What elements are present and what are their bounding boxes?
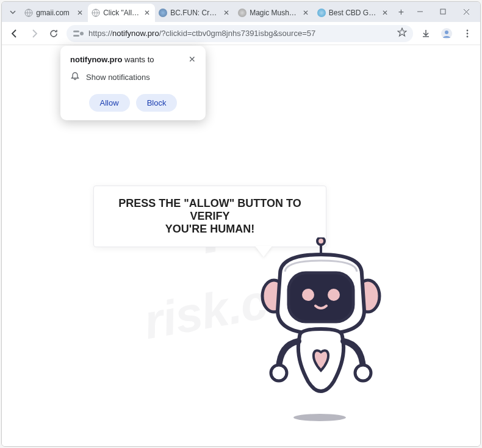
site-icon (159, 9, 167, 17)
robot-shadow (293, 414, 346, 421)
menu-button[interactable] (458, 24, 477, 43)
tab-strip: gmaii.com ✕ Click "Allow" ✕ BC.FUN: Cryp… (2, 2, 480, 22)
svg-point-9 (467, 29, 469, 31)
allow-button[interactable]: Allow (89, 94, 130, 112)
tab-title: gmaii.com (36, 9, 73, 17)
close-icon[interactable]: ✕ (76, 9, 84, 17)
globe-icon (24, 9, 33, 17)
close-icon[interactable]: ✕ (301, 9, 310, 17)
toolbar: https://notifynow.pro/?clickid=ctbv0gm8j… (2, 22, 480, 45)
prompt-title: notifynow.pro wants to (70, 55, 154, 64)
svg-point-10 (467, 32, 469, 34)
notification-permission-prompt: notifynow.pro wants to ✕ Show notificati… (60, 46, 206, 120)
svg-point-19 (271, 365, 287, 381)
address-bar[interactable]: https://notifynow.pro/?clickid=ctbv0gm8j… (67, 25, 413, 42)
close-icon[interactable]: ✕ (189, 54, 196, 64)
globe-icon (92, 9, 100, 17)
robot-illustration (256, 237, 386, 421)
message-line1: PRESS THE "ALLOW" BUTTON TO VERIFY (101, 197, 318, 223)
svg-point-13 (317, 237, 325, 245)
tab-best-cbd[interactable]: Best CBD Gumn… ✕ (314, 4, 393, 22)
tab-gmaii[interactable]: gmaii.com ✕ (21, 4, 88, 22)
svg-point-20 (355, 365, 371, 381)
tab-click-allow[interactable]: Click "Allow" ✕ (88, 4, 155, 22)
search-tabs-button[interactable] (5, 4, 20, 20)
profile-button[interactable] (437, 24, 456, 43)
bookmark-icon[interactable] (397, 27, 407, 40)
close-icon[interactable]: ✕ (143, 9, 151, 17)
back-button[interactable] (5, 24, 24, 43)
tab-bcfun[interactable]: BC.FUN: Crypto… ✕ (155, 4, 234, 22)
site-info-icon[interactable] (73, 28, 85, 39)
tab-title: Click "Allow" (103, 9, 140, 17)
close-window-button[interactable] (455, 4, 478, 21)
tab-title: BC.FUN: Crypto… (170, 9, 219, 17)
svg-point-8 (445, 31, 448, 34)
svg-point-6 (80, 32, 84, 35)
message-line2: YOU'RE HUMAN! (101, 223, 318, 236)
svg-rect-4 (73, 31, 79, 32)
downloads-button[interactable] (417, 24, 435, 43)
svg-rect-3 (441, 9, 445, 14)
window-controls (408, 2, 478, 22)
site-icon (317, 9, 326, 17)
block-button[interactable]: Block (136, 94, 178, 112)
prompt-body: Show notifications (86, 73, 150, 82)
url-text: https://notifynow.pro/?clickid=ctbv0gm8j… (88, 29, 315, 38)
svg-rect-5 (73, 35, 79, 37)
maximize-button[interactable] (431, 4, 455, 21)
svg-point-18 (328, 289, 340, 301)
site-icon (238, 9, 246, 17)
tab-magic-mushroom[interactable]: Magic Mushroo… ✕ (234, 4, 314, 22)
svg-rect-16 (289, 273, 353, 322)
tab-title: Magic Mushroo… (250, 9, 298, 17)
tab-title: Best CBD Gumn… (329, 9, 378, 17)
browser-window: gmaii.com ✕ Click "Allow" ✕ BC.FUN: Cryp… (1, 1, 481, 447)
close-icon[interactable]: ✕ (222, 9, 231, 17)
forward-button[interactable] (25, 24, 43, 43)
svg-point-11 (467, 35, 469, 37)
bell-icon (70, 71, 80, 83)
minimize-button[interactable] (408, 4, 431, 21)
svg-point-17 (302, 289, 314, 301)
new-tab-button[interactable]: + (394, 4, 408, 20)
reload-button[interactable] (45, 24, 63, 43)
close-icon[interactable]: ✕ (381, 9, 389, 17)
